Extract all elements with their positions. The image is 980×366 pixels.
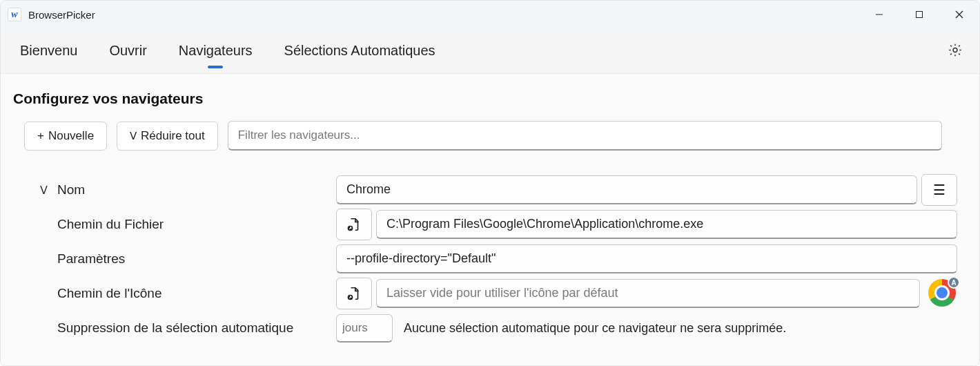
app-icon: w xyxy=(8,8,21,21)
svg-rect-1 xyxy=(917,12,923,18)
file-shortcut-icon xyxy=(346,286,362,301)
settings-button[interactable] xyxy=(948,42,963,59)
filepath-browse-button[interactable] xyxy=(336,209,372,240)
hamburger-icon: ☰ xyxy=(933,182,945,198)
name-label-col: ᐯ Nom xyxy=(38,182,328,198)
titlebar: w BrowserPicker xyxy=(1,1,979,28)
app-icon-glyph: w xyxy=(11,9,17,20)
iconpath-value-col: A xyxy=(336,278,957,309)
new-button[interactable]: + Nouvelle xyxy=(24,122,107,151)
tab-autoselections[interactable]: Sélections Automatiques xyxy=(284,37,435,64)
autosupp-value-col: Aucune sélection automatique pour ce nav… xyxy=(336,314,967,343)
name-label: Nom xyxy=(57,182,85,198)
name-input[interactable] xyxy=(336,175,917,204)
filter-input[interactable] xyxy=(228,121,942,151)
autosupp-label: Suppression de la sélection automatique xyxy=(57,320,293,336)
collapse-all-label: Réduire tout xyxy=(141,129,205,143)
file-shortcut-icon xyxy=(346,217,362,232)
toolbar-row: + Nouvelle ᐯ Réduire tout xyxy=(13,121,967,151)
filepath-label: Chemin du Fichier xyxy=(57,217,164,232)
params-label-col: Paramètres xyxy=(38,251,328,267)
filepath-value-col xyxy=(336,209,957,240)
chevron-down-icon: ᐯ xyxy=(130,130,137,142)
iconpath-browse-button[interactable] xyxy=(336,278,372,309)
app-title: BrowserPicker xyxy=(28,9,95,21)
row-name: ᐯ Nom ☰ xyxy=(38,173,967,207)
maximize-button[interactable] xyxy=(899,1,939,28)
iconpath-label: Chemin de l'Icône xyxy=(57,286,162,301)
filepath-input[interactable] xyxy=(376,210,957,239)
minimize-icon xyxy=(875,10,883,19)
browser-icon-preview: A xyxy=(928,279,957,308)
close-button[interactable] xyxy=(939,1,979,28)
expand-toggle[interactable]: ᐯ xyxy=(38,184,49,197)
iconpath-input[interactable] xyxy=(376,279,920,308)
filepath-label-col: Chemin du Fichier xyxy=(38,217,328,232)
row-filepath: Chemin du Fichier xyxy=(38,207,967,242)
tab-browsers[interactable]: Navigateurs xyxy=(179,37,253,64)
row-iconpath: Chemin de l'Icône A xyxy=(38,276,967,311)
content-area: Configurez vos navigateurs + Nouvelle ᐯ … xyxy=(1,74,979,365)
autosupp-help-text: Aucune sélection automatique pour ce nav… xyxy=(404,321,786,336)
plus-icon: + xyxy=(37,129,44,143)
browser-menu-button[interactable]: ☰ xyxy=(921,174,957,206)
tab-welcome[interactable]: Bienvenu xyxy=(20,37,77,64)
gear-icon xyxy=(948,42,963,57)
iconpath-label-col: Chemin de l'Icône xyxy=(38,286,328,301)
collapse-all-button[interactable]: ᐯ Réduire tout xyxy=(117,122,218,151)
name-value-col: ☰ xyxy=(336,174,957,206)
close-icon xyxy=(955,10,963,19)
window-controls xyxy=(859,1,979,28)
app-window: w BrowserPicker Bienvenu Ouvrir Navigate… xyxy=(0,0,980,366)
svg-point-4 xyxy=(953,48,957,52)
autosupp-label-col: Suppression de la sélection automatique xyxy=(38,320,328,336)
profile-badge: A xyxy=(948,276,960,289)
days-input[interactable] xyxy=(336,314,393,343)
minimize-button[interactable] xyxy=(859,1,899,28)
params-label: Paramètres xyxy=(57,251,125,267)
new-button-label: Nouvelle xyxy=(48,129,94,143)
tab-open[interactable]: Ouvrir xyxy=(109,37,146,64)
maximize-icon xyxy=(915,10,923,19)
tabbar: Bienvenu Ouvrir Navigateurs Sélections A… xyxy=(1,28,979,74)
row-autosupp: Suppression de la sélection automatique … xyxy=(38,311,967,345)
params-value-col xyxy=(336,244,957,273)
params-input[interactable] xyxy=(336,244,957,273)
page-title: Configurez vos navigateurs xyxy=(13,90,967,107)
row-params: Paramètres xyxy=(38,242,967,276)
browser-form: ᐯ Nom ☰ Chemin du Fichier xyxy=(13,173,967,345)
